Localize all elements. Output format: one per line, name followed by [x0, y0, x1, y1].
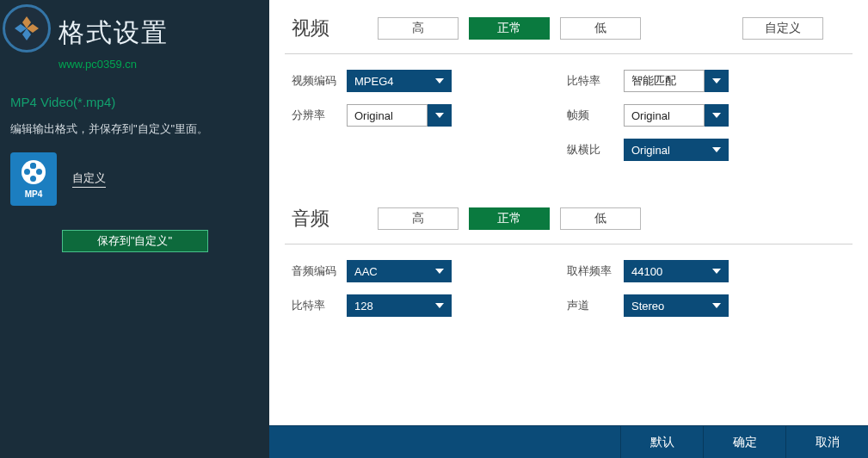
- app-logo-icon: [3, 4, 51, 53]
- chevron-down-icon[interactable]: [705, 294, 729, 317]
- save-to-custom-button[interactable]: 保存到"自定义": [62, 230, 208, 252]
- video-resolution-value: Original: [347, 104, 428, 127]
- audio-samplerate-label: 取样频率: [567, 263, 624, 279]
- audio-bitrate-value: 128: [347, 294, 428, 317]
- chevron-down-icon[interactable]: [428, 294, 452, 317]
- settings-main: 视频 高 正常 低 自定义 视频编码 MPEG4 分辨率 Original: [269, 0, 868, 458]
- mp4-file-icon: MP4: [10, 152, 57, 206]
- sidebar: 格式设置 www.pc0359.cn MP4 Video(*.mp4) 编辑输出…: [0, 0, 269, 458]
- video-bitrate-value: 智能匹配: [624, 70, 705, 92]
- watermark-url: www.pc0359.cn: [58, 58, 269, 71]
- video-codec-value: MPEG4: [347, 70, 428, 92]
- mp4-icon-label: MP4: [25, 189, 43, 199]
- audio-tab-low[interactable]: 低: [560, 207, 641, 230]
- video-framerate-label: 帧频: [567, 108, 624, 123]
- chevron-down-icon[interactable]: [428, 70, 452, 92]
- cancel-button[interactable]: 取消: [785, 426, 868, 458]
- format-name: MP4 Video(*.mp4): [10, 95, 269, 109]
- audio-samplerate-value: 44100: [624, 260, 705, 282]
- chevron-down-icon[interactable]: [705, 104, 729, 127]
- default-button[interactable]: 默认: [620, 426, 703, 458]
- preset-item[interactable]: MP4 自定义: [10, 152, 269, 206]
- video-framerate-value: Original: [624, 104, 705, 127]
- audio-codec-select[interactable]: AAC: [347, 260, 452, 282]
- video-framerate-select[interactable]: Original: [624, 104, 729, 127]
- ok-button[interactable]: 确定: [703, 426, 785, 458]
- audio-codec-value: AAC: [347, 260, 428, 282]
- video-tab-low[interactable]: 低: [560, 17, 641, 40]
- preset-label[interactable]: 自定义: [72, 170, 106, 188]
- video-aspect-select[interactable]: Original: [624, 139, 729, 161]
- audio-channel-select[interactable]: Stereo: [624, 294, 729, 317]
- footer-bar: 默认 确定 取消: [269, 425, 868, 458]
- audio-samplerate-select[interactable]: 44100: [624, 260, 729, 282]
- audio-tab-high[interactable]: 高: [378, 207, 459, 230]
- chevron-down-icon[interactable]: [705, 70, 729, 92]
- page-title: 格式设置: [58, 15, 269, 51]
- audio-bitrate-label: 比特率: [292, 298, 347, 313]
- video-section-header: 视频 高 正常 低 自定义: [285, 0, 853, 54]
- audio-codec-label: 音频编码: [292, 263, 347, 279]
- audio-tab-normal[interactable]: 正常: [469, 207, 550, 230]
- video-aspect-value: Original: [624, 139, 705, 161]
- chevron-down-icon[interactable]: [428, 260, 452, 282]
- chevron-down-icon[interactable]: [428, 104, 452, 127]
- video-codec-select[interactable]: MPEG4: [347, 70, 452, 92]
- chevron-down-icon[interactable]: [705, 139, 729, 161]
- format-description: 编辑输出格式，并保存到"自定义"里面。: [10, 121, 269, 137]
- audio-bitrate-select[interactable]: 128: [347, 294, 452, 317]
- video-section: 视频 高 正常 低 自定义 视频编码 MPEG4 分辨率 Original: [269, 0, 868, 190]
- video-section-title: 视频: [292, 15, 367, 41]
- audio-channel-value: Stereo: [624, 294, 705, 317]
- audio-section-header: 音频 高 正常 低: [285, 190, 853, 244]
- video-bitrate-select[interactable]: 智能匹配: [624, 70, 729, 92]
- chevron-down-icon[interactable]: [705, 260, 729, 282]
- video-tab-normal[interactable]: 正常: [469, 17, 550, 40]
- audio-section: 音频 高 正常 低 音频编码 AAC 比特率 128: [269, 190, 868, 346]
- video-tab-high[interactable]: 高: [378, 17, 459, 40]
- video-aspect-label: 纵横比: [567, 142, 624, 158]
- video-bitrate-label: 比特率: [567, 73, 624, 89]
- video-tab-custom[interactable]: 自定义: [742, 17, 823, 40]
- video-resolution-label: 分辨率: [292, 108, 347, 123]
- audio-channel-label: 声道: [567, 298, 624, 313]
- video-resolution-select[interactable]: Original: [347, 104, 452, 127]
- audio-section-title: 音频: [292, 206, 367, 232]
- video-codec-label: 视频编码: [292, 73, 347, 89]
